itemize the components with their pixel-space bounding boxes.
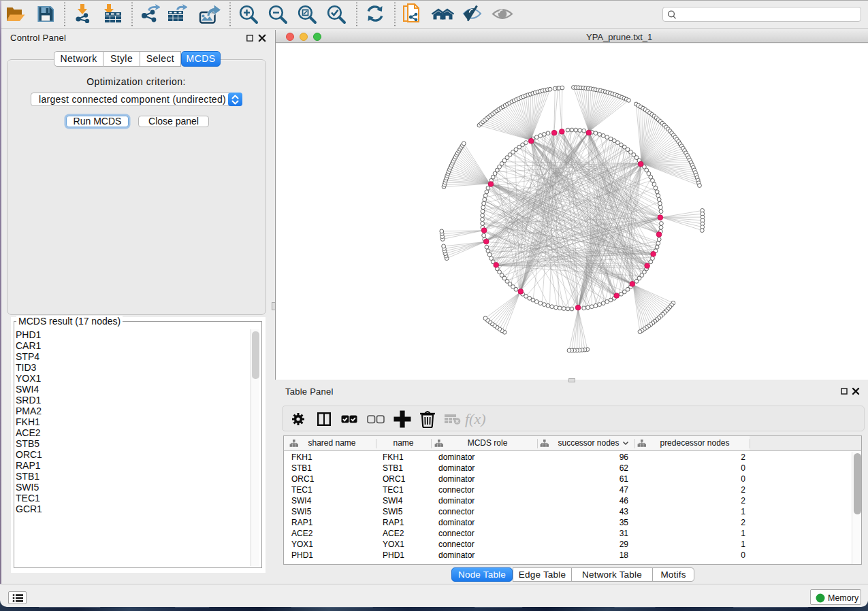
svg-text:f(x): f(x) (465, 410, 486, 427)
